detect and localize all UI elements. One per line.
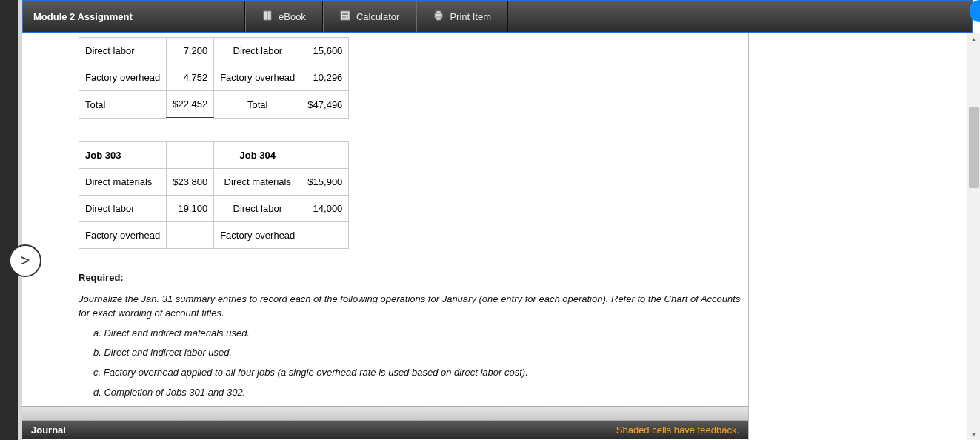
- cell-value: 10,296: [301, 64, 349, 91]
- expand-panel-button[interactable]: >: [9, 244, 41, 277]
- print-item-label: Print Item: [450, 11, 491, 22]
- required-label: Required:: [79, 271, 748, 285]
- blank-header: [301, 142, 349, 169]
- left-rail: [0, 0, 18, 440]
- ebook-label: eBook: [279, 11, 306, 22]
- table-row: Factory overhead 4,752 Factory overhead …: [79, 64, 349, 91]
- content-pane: Direct labor 7,200 Direct labor 15,600 F…: [22, 33, 749, 440]
- svg-rect-1: [342, 13, 348, 15]
- requirement-item-d: d. Completion of Jobs 301 and 302.: [79, 386, 748, 400]
- cell-value: 4,752: [167, 64, 214, 91]
- requirement-item-c: c. Factory overhead applied to all four …: [79, 366, 748, 380]
- svg-rect-6: [436, 11, 441, 13]
- table-row: Direct labor 7,200 Direct labor 15,600: [79, 38, 349, 64]
- table-row: Direct labor 19,100 Direct labor 14,000: [79, 196, 349, 222]
- cell-value: —: [301, 222, 349, 249]
- job-304-header: Job 304: [214, 142, 301, 169]
- book-icon: [262, 10, 273, 23]
- journal-title: Journal: [31, 424, 66, 436]
- cell-value: $15,900: [301, 169, 349, 196]
- cell-label: Total: [214, 91, 301, 119]
- svg-rect-0: [341, 11, 350, 20]
- print-item-button[interactable]: Print Item: [416, 1, 508, 32]
- print-icon: [433, 10, 444, 23]
- cell-value: $23,800: [167, 169, 214, 196]
- cell-value: 15,600: [301, 38, 349, 64]
- requirements-intro: Journalize the Jan. 31 summary entries t…: [79, 293, 748, 321]
- svg-point-2: [342, 16, 344, 18]
- calculator-label: Calculator: [356, 11, 400, 22]
- cell-label: Factory overhead: [214, 222, 301, 249]
- table-row: Direct materials $23,800 Direct material…: [79, 169, 349, 196]
- cell-value-total: $22,452: [167, 91, 214, 119]
- scroll-thumb[interactable]: [969, 107, 979, 188]
- journal-header-bar[interactable]: Journal Shaded cells have feedback.: [22, 421, 748, 439]
- cell-label: Direct labor: [214, 196, 301, 222]
- scroll-up-arrow-icon[interactable]: ▴: [967, 33, 980, 45]
- requirements-block: Required: Journalize the Jan. 31 summary…: [79, 271, 748, 400]
- ebook-button[interactable]: eBook: [245, 1, 323, 32]
- scroll-down-arrow-icon[interactable]: ▾: [967, 427, 980, 440]
- job-303-header: Job 303: [79, 142, 167, 169]
- job-cost-table-bottom: Job 303 Job 304 Direct materials $23,800…: [79, 141, 349, 249]
- vertical-scrollbar[interactable]: ▴ ▾: [967, 33, 980, 440]
- cell-label: Total: [79, 91, 167, 119]
- assignment-title: Module 2 Assignment: [23, 1, 245, 32]
- cell-value: 19,100: [167, 196, 214, 222]
- cell-label: Direct materials: [79, 169, 167, 196]
- table-row: Factory overhead — Factory overhead —: [79, 222, 349, 249]
- job-cost-table-top: Direct labor 7,200 Direct labor 15,600 F…: [79, 37, 349, 119]
- svg-point-4: [347, 16, 348, 18]
- table-row-total: Total $22,452 Total $47,496: [79, 91, 349, 119]
- feedback-hint: Shaded cells have feedback.: [616, 424, 739, 436]
- cell-value: 7,200: [167, 38, 214, 64]
- requirement-item-b: b. Direct and indirect labor used.: [79, 346, 748, 360]
- calculator-button[interactable]: Calculator: [323, 1, 417, 32]
- cell-label: Factory overhead: [79, 64, 167, 91]
- cell-label: Direct labor: [79, 38, 167, 64]
- chevron-right-icon: >: [21, 251, 30, 270]
- toolbar: Module 2 Assignment eBook Calculator Pri…: [22, 0, 973, 33]
- calculator-icon: [340, 10, 350, 23]
- table-header-row: Job 303 Job 304: [79, 142, 349, 169]
- svg-point-3: [344, 16, 346, 18]
- blank-header: [167, 142, 214, 169]
- section-divider: [22, 406, 748, 421]
- requirement-item-a: a. Direct and indirect materials used.: [79, 327, 748, 341]
- cell-label: Direct materials: [214, 169, 301, 196]
- cell-label: Factory overhead: [214, 64, 301, 91]
- svg-rect-7: [436, 17, 441, 20]
- cell-value-total: $47,496: [301, 91, 349, 119]
- cell-label: Factory overhead: [79, 222, 167, 249]
- cell-value: —: [167, 222, 214, 249]
- cell-label: Direct labor: [79, 196, 167, 222]
- cell-value: 14,000: [301, 196, 349, 222]
- cell-label: Direct labor: [214, 38, 301, 64]
